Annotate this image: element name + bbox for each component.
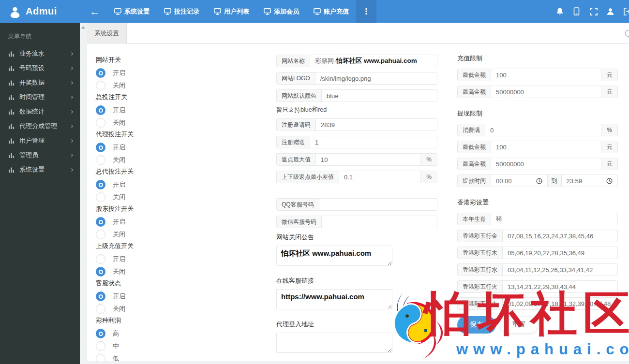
header-tab[interactable]: 账户充值 <box>306 0 356 23</box>
radio-option-label: 关闭 <box>113 267 125 276</box>
textarea-field[interactable] <box>276 246 392 266</box>
header-tab[interactable]: 添加会员 <box>256 0 306 23</box>
radio-button[interactable] <box>96 291 105 301</box>
app-logo[interactable]: Admui <box>0 0 80 23</box>
field-help-text: 暂只支持blue和red <box>276 106 437 115</box>
radio-button[interactable] <box>96 354 105 361</box>
radio-option[interactable]: 开启 <box>96 141 276 154</box>
radio-option[interactable]: 关闭 <box>96 79 276 92</box>
field-input[interactable] <box>327 218 432 226</box>
field-addon-label: 香港彩五行金 <box>458 230 503 242</box>
field-input[interactable] <box>508 300 613 307</box>
reset-button[interactable]: 重置 <box>500 316 539 334</box>
radio-option[interactable]: 开启 <box>96 178 276 191</box>
field-input[interactable] <box>508 233 613 240</box>
field-value-wrap[interactable]: 彩票网-怕坏社区 www.pahuai.com <box>310 55 437 67</box>
sidebar-item[interactable]: 代理分成管理› <box>0 119 80 133</box>
radio-button[interactable] <box>96 254 105 264</box>
field-input[interactable] <box>327 92 432 100</box>
radio-button[interactable] <box>96 267 105 277</box>
field-input[interactable] <box>496 160 596 168</box>
field-input[interactable] <box>508 283 613 291</box>
field-value: 彩票网- <box>315 57 336 65</box>
radio-button[interactable] <box>96 329 105 338</box>
radio-button[interactable] <box>96 230 105 239</box>
sidebar-item[interactable]: 时间管理› <box>0 90 80 104</box>
radio-option[interactable]: 低 <box>96 352 276 361</box>
sidebar-nav-label: 菜单导航 <box>0 23 80 46</box>
field-input[interactable] <box>496 88 596 96</box>
time-from-input[interactable] <box>496 177 534 185</box>
save-button[interactable]: 保存 <box>457 316 496 334</box>
radio-button[interactable] <box>96 118 105 128</box>
field-input[interactable] <box>496 144 596 151</box>
tab-system-settings[interactable]: 系统设置 <box>87 23 127 44</box>
sidebar-item[interactable]: 数据统计› <box>0 104 80 119</box>
radio-option[interactable]: 关闭 <box>96 116 276 129</box>
radio-button[interactable] <box>96 180 105 189</box>
clock-icon[interactable] <box>536 178 542 184</box>
radio-option[interactable]: 开启 <box>96 216 276 228</box>
radio-button[interactable] <box>96 192 105 202</box>
radio-button[interactable] <box>96 68 105 78</box>
more-menu-icon[interactable]: ⋮ <box>356 0 376 23</box>
radio-option[interactable]: 开启 <box>96 290 276 303</box>
radio-option[interactable]: 开启 <box>96 253 276 265</box>
radio-button[interactable] <box>96 143 105 152</box>
sidebar-item-label: 系统设置 <box>19 165 45 174</box>
radio-button[interactable] <box>96 155 105 165</box>
radio-option[interactable]: 关闭 <box>96 228 276 241</box>
sidebar-item[interactable]: 业务流水› <box>0 46 80 61</box>
refresh-icon[interactable] <box>624 29 629 40</box>
header-tab[interactable]: 用户列表 <box>207 0 256 23</box>
field-input[interactable] <box>496 216 613 223</box>
radio-option[interactable]: 中 <box>96 340 276 352</box>
switch-group-label: 代理投注开关 <box>96 130 276 139</box>
field-input[interactable] <box>490 127 596 134</box>
sidebar-item[interactable]: 系统设置› <box>0 162 80 177</box>
sidebar-item[interactable]: 用户管理› <box>0 133 80 148</box>
field-input[interactable] <box>324 201 432 208</box>
sidebar-item[interactable]: 开奖数据› <box>0 75 80 90</box>
radio-button[interactable] <box>96 341 105 351</box>
switch-group-label: 客服状态 <box>96 279 276 288</box>
radio-option[interactable]: 开启 <box>96 67 276 79</box>
field-input[interactable] <box>344 174 416 181</box>
field-input[interactable] <box>315 139 432 146</box>
header-tab[interactable]: 投注记录 <box>157 0 207 23</box>
bell-icon[interactable] <box>551 7 568 15</box>
user-icon[interactable] <box>602 8 619 15</box>
section-title: 充值限制 <box>457 55 618 62</box>
radio-option[interactable]: 关闭 <box>96 154 276 166</box>
radio-option[interactable]: 关闭 <box>96 265 276 278</box>
field-input[interactable] <box>321 121 432 129</box>
sidebar-item[interactable]: 管理员› <box>0 148 80 162</box>
logout-icon[interactable] <box>619 8 629 15</box>
clock-icon[interactable] <box>606 178 613 184</box>
textarea-field[interactable] <box>276 289 392 309</box>
field-input[interactable] <box>508 266 613 274</box>
field-input[interactable] <box>321 156 416 163</box>
field-input[interactable] <box>320 75 432 82</box>
field-addon-label: 微信客服号码 <box>277 216 322 228</box>
field-input[interactable] <box>508 249 613 257</box>
radio-button[interactable] <box>96 217 105 227</box>
time-to-input[interactable] <box>567 177 605 185</box>
radio-option[interactable]: 高 <box>96 327 276 340</box>
field-addon-label: 网站名称 <box>277 55 310 67</box>
radio-button[interactable] <box>96 105 105 115</box>
header-tab[interactable]: 系统设置 <box>107 0 157 23</box>
mobile-icon[interactable] <box>568 7 585 15</box>
fullscreen-icon[interactable] <box>585 8 602 15</box>
radio-option[interactable]: 开启 <box>96 104 276 116</box>
textarea-field[interactable] <box>276 333 392 353</box>
sidebar-item[interactable]: 号码预设› <box>0 61 80 75</box>
back-arrow-icon[interactable]: ← <box>87 0 103 23</box>
radio-button[interactable] <box>96 304 105 314</box>
radio-button[interactable] <box>96 81 105 90</box>
radio-option[interactable]: 关闭 <box>96 303 276 315</box>
org-icon <box>8 51 15 57</box>
tab-scroll-up-icon[interactable] <box>81 26 85 29</box>
radio-option[interactable]: 关闭 <box>96 191 276 204</box>
field-input[interactable] <box>496 72 596 79</box>
